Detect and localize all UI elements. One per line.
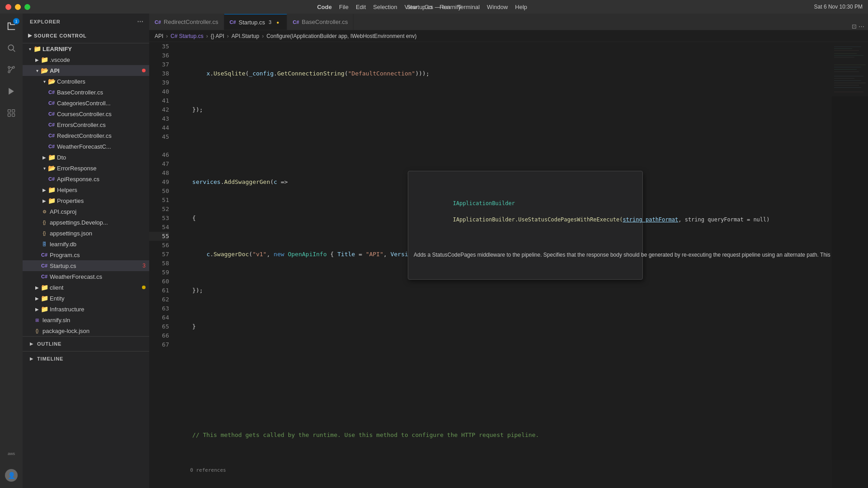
tree-appsettings[interactable]: {} appsettings.json — [23, 228, 149, 239]
activity-run[interactable] — [2, 82, 20, 100]
client-label: client — [50, 284, 142, 291]
bc-icon: C# — [48, 89, 55, 96]
activity-bar: 1 aws 👤 — [0, 14, 23, 488]
timeline-header[interactable]: ▶ TIMELINE — [23, 354, 149, 363]
code-editor[interactable]: x.UseSqlite(_config.GetConnectionString(… — [173, 42, 832, 488]
bc-ns[interactable]: {} API — [211, 33, 224, 39]
source-control-label: SOURCE CONTROL — [34, 33, 87, 38]
tree-helpers[interactable]: ▶ 📁 Helpers — [23, 184, 149, 195]
tree-infrastructure[interactable]: ▶ 📁 Infrastructure — [23, 304, 149, 314]
tab2-label: Startup.cs — [239, 19, 265, 26]
tree-startupcs[interactable]: C# Startup.cs 3 — [23, 260, 149, 271]
tree-basecontroller[interactable]: C# BaseController.cs — [23, 87, 149, 98]
explorer-header: EXPLORER ⋯ — [23, 14, 149, 28]
sln-icon: ⊞ — [33, 316, 41, 324]
close-button[interactable] — [5, 4, 11, 10]
cc-label: CategoriesControll... — [57, 100, 149, 107]
bc-startup[interactable]: C# Startup.cs — [170, 33, 203, 39]
tree-properties[interactable]: ▶ 📁 Properties — [23, 195, 149, 206]
rc-label: RedirectController.cs — [57, 132, 149, 139]
bc-api[interactable]: API — [155, 33, 163, 39]
tab2-close[interactable]: ● — [274, 19, 281, 26]
window-title: Startup.cs — learnify — [407, 4, 462, 10]
startup-label: Startup.cs — [50, 263, 142, 269]
more-icon[interactable]: ⋯ — [859, 23, 864, 30]
tree-errorscontroller[interactable]: C# ErrorsController.cs — [23, 119, 149, 130]
tree-appsettings-dev[interactable]: {} appsettings.Develop... — [23, 217, 149, 228]
explorer-header-icons[interactable]: ⋯ — [137, 18, 144, 25]
bc-class[interactable]: API.Startup — [231, 33, 259, 39]
code-line-37 — [178, 141, 826, 150]
learnify-arrow: ▾ — [26, 47, 33, 52]
bc-method[interactable]: Configure(IApplicationBuilder app, IWebH… — [266, 33, 416, 39]
menu-help[interactable]: Help — [515, 4, 527, 10]
outline-arrow: ▶ — [30, 342, 33, 346]
tree-vscode[interactable]: ▶ 📁 .vscode — [23, 54, 149, 65]
file-tree: ▾ 📁 LEARNIFY ▶ 📁 .vscode ▾ 📂 API ▾ 📂 — [23, 43, 149, 336]
tab-bar: C# RedirectController.cs C# Startup.cs 3… — [149, 14, 868, 30]
intellisense-tooltip: IApplicationBuilder IApplicationBuilder.… — [408, 171, 643, 280]
source-control-header[interactable]: ▶ SOURCE CONTROL — [28, 31, 144, 40]
tree-apiresponse[interactable]: C# ApiResponse.cs — [23, 174, 149, 184]
tree-weatherforecast[interactable]: C# WeatherForecast.cs — [23, 271, 149, 282]
tree-weathercontroller[interactable]: C# WeatherForecastC... — [23, 141, 149, 152]
line-numbers: 35 36 37 38 39 40 41 42 43 44 45 46 47 4… — [149, 42, 173, 488]
tree-packagelock[interactable]: {} package-lock.json — [23, 325, 149, 336]
tree-coursescontroller[interactable]: C# CoursesController.cs — [23, 108, 149, 119]
controllers-icon: 📂 — [48, 78, 55, 85]
split-editor-icon[interactable]: ⊡ — [852, 23, 857, 30]
tree-categoriescontroller[interactable]: C# CategoriesControll... — [23, 98, 149, 108]
tree-apicsproj[interactable]: ⚙ API.csproj — [23, 206, 149, 217]
tree-api[interactable]: ▾ 📂 API — [23, 65, 149, 76]
tree-controllers[interactable]: ▾ 📂 Controllers — [23, 76, 149, 87]
editor-main-row: 35 36 37 38 39 40 41 42 43 44 45 46 47 4… — [149, 42, 868, 488]
tree-errorresponse[interactable]: ▾ 📂 ErrorResponse — [23, 163, 149, 174]
coc-label: CoursesController.cs — [57, 111, 149, 117]
csproj-label: API.csproj — [50, 208, 149, 215]
tooltip-optional: , string queryFormat = null) — [678, 216, 769, 223]
tree-client[interactable]: ▶ 📁 client — [23, 282, 149, 293]
svg-marker-5 — [9, 88, 14, 95]
tree-redirectcontroller[interactable]: C# RedirectController.cs — [23, 130, 149, 141]
activity-source-control[interactable] — [2, 61, 20, 79]
activity-search[interactable] — [2, 39, 20, 57]
client-arrow: ▶ — [33, 285, 41, 290]
menu-selection[interactable]: Selection — [373, 4, 397, 10]
minimap[interactable] — [832, 42, 868, 488]
traffic-lights[interactable] — [5, 4, 30, 10]
code-line-refs[interactable]: 0 references — [178, 467, 826, 474]
tree-program[interactable]: C# Program.cs — [23, 249, 149, 260]
titlebar-right: Sat 6 Nov 10:30 PM — [814, 4, 863, 10]
activity-avatar[interactable]: 👤 — [2, 466, 20, 484]
startup-icon: C# — [41, 262, 48, 269]
activity-explorer[interactable]: 1 — [2, 17, 20, 35]
activity-extensions[interactable] — [2, 104, 20, 122]
maximize-button[interactable] — [24, 4, 30, 10]
tooltip-type: IApplicationBuilder — [453, 200, 515, 206]
tree-entity[interactable]: ▶ 📁 Entity — [23, 293, 149, 304]
menu-window[interactable]: Window — [487, 4, 508, 10]
rc-icon: C# — [48, 132, 55, 139]
api-arrow: ▾ — [33, 68, 41, 73]
tab-redirectcontroller[interactable]: C# RedirectController.cs — [149, 14, 224, 30]
tab-startupcs[interactable]: C# Startup.cs 3 ● — [224, 14, 288, 30]
tree-learnify-root[interactable]: ▾ 📁 LEARNIFY — [23, 43, 149, 54]
learnify-folder-icon: 📁 — [33, 45, 41, 52]
menu-edit[interactable]: Edit — [356, 4, 366, 10]
tab-basecontroller[interactable]: C# BaseController.cs — [287, 14, 354, 30]
new-file-icon[interactable]: ⋯ — [137, 18, 144, 25]
clock: Sat 6 Nov 10:30 PM — [814, 4, 863, 10]
tree-sln[interactable]: ⊞ learnify.sln — [23, 314, 149, 325]
props-arrow: ▶ — [41, 198, 48, 203]
outline-header[interactable]: ▶ OUTLINE — [23, 339, 149, 348]
tree-learnifydb[interactable]: 🗄 learnify.db — [23, 239, 149, 249]
source-control-arrow: ▶ — [28, 33, 32, 38]
explorer-title: EXPLORER — [30, 19, 61, 24]
menu-file[interactable]: File — [339, 4, 349, 10]
menu-code[interactable]: Code — [317, 4, 332, 10]
minimize-button[interactable] — [15, 4, 21, 10]
tooltip-description: Adds a StatusCodePages middleware to the… — [414, 251, 637, 259]
client-icon: 📁 — [41, 284, 48, 291]
activity-remote[interactable]: aws — [2, 445, 20, 463]
tree-dto[interactable]: ▶ 📁 Dto — [23, 152, 149, 163]
